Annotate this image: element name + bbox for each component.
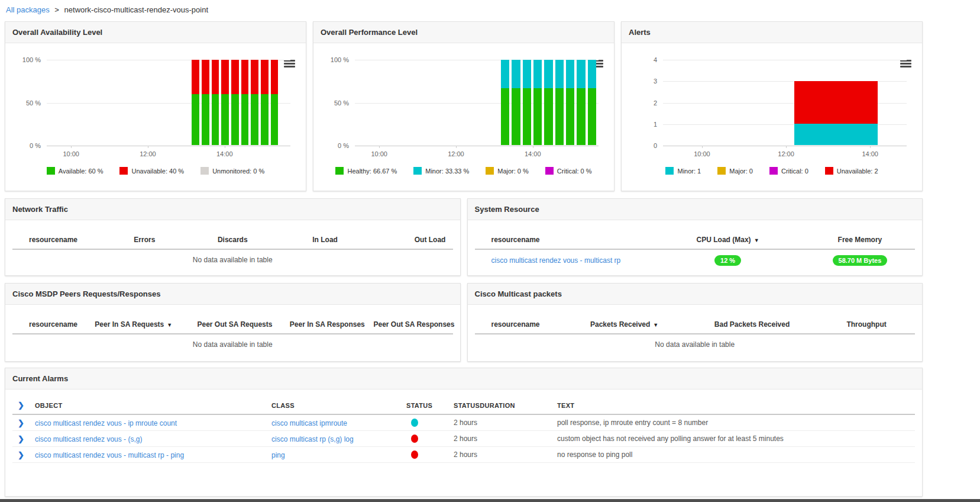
column-header[interactable]: CPU Load (Max)▼ — [651, 236, 805, 244]
sort-desc-icon[interactable]: ▼ — [167, 322, 172, 328]
bars-layer — [794, 60, 877, 145]
column-header[interactable]: Peer In SA Responses — [281, 320, 373, 329]
column-label: resourcename — [491, 320, 540, 329]
chart-bar — [544, 60, 552, 145]
column-header[interactable]: Packets Received▼ — [562, 320, 685, 329]
legend-item[interactable]: Minor: 1 — [665, 167, 701, 175]
empty-table-message: No data available in table — [12, 334, 453, 349]
column-header[interactable]: resourcename — [12, 236, 101, 244]
legend-item[interactable]: Major: 0 % — [486, 167, 529, 175]
column-header[interactable]: Discards — [189, 236, 277, 244]
x-axis-tick — [225, 146, 225, 148]
x-axis-label: 12:00 — [448, 150, 464, 157]
unavailable-bar-segment — [221, 60, 229, 94]
legend-item[interactable]: Healthy: 66.67 % — [335, 167, 397, 175]
column-label: In Load — [312, 236, 338, 244]
alarm-class-link[interactable]: cisco multicast ipmroute — [271, 419, 347, 427]
available-bar-segment — [261, 94, 269, 145]
minor-bar-segment — [794, 124, 877, 145]
x-axis-label: 10:00 — [694, 150, 710, 157]
healthy-bar-segment — [555, 88, 564, 145]
legend-swatch — [200, 167, 209, 175]
chart-legend: Minor: 1Major: 0Critical: 0Unavailable: … — [629, 167, 915, 175]
minor-bar-segment — [577, 60, 585, 88]
bottom-scrollbar[interactable] — [0, 499, 980, 502]
alarm-object-link[interactable]: cisco multicast rendez vous - multicast … — [35, 451, 184, 459]
column-header[interactable]: Peer In SA Requests▼ — [79, 320, 189, 329]
x-axis-label: 10:00 — [371, 150, 387, 157]
y-axis-label: 3 — [654, 78, 657, 85]
alarms-header-row: ❯OBJECTCLASSSTATUSSTATUSDURATIONTEXT — [12, 401, 915, 415]
column-label: Peer Out SA Requests — [198, 320, 273, 329]
column-header[interactable]: STATUS — [406, 402, 454, 409]
all-packages-link[interactable]: All packages — [6, 5, 50, 14]
current-alarms-panel: Current Alarms ❯OBJECTCLASSSTATUSSTATUSD… — [5, 368, 923, 497]
sort-desc-icon[interactable]: ▼ — [653, 322, 658, 328]
y-axis-label: 4 — [654, 56, 657, 63]
column-header[interactable]: Out Load — [373, 236, 452, 244]
y-axis-label: 100 % — [22, 56, 41, 63]
column-header[interactable]: OBJECT — [35, 402, 271, 409]
x-axis-tick — [533, 146, 533, 148]
legend-item[interactable]: Critical: 0 % — [545, 167, 592, 175]
column-header[interactable]: STATUSDURATION — [454, 402, 557, 409]
alarm-class-link[interactable]: ping — [271, 451, 285, 459]
column-header[interactable]: Peer Out SA Responses — [373, 320, 452, 329]
column-label: Free Memory — [838, 236, 882, 244]
table-header-row: resourcenameErrorsDiscardsIn LoadOut Loa… — [12, 236, 453, 250]
legend-item[interactable]: Unavailable: 2 — [825, 167, 878, 175]
legend-item[interactable]: Major: 0 — [717, 167, 753, 175]
column-header[interactable]: Bad Packets Received — [686, 320, 818, 329]
alarm-class-cell: cisco multicast rp (s,g) log — [271, 433, 406, 444]
column-header[interactable]: Errors — [101, 236, 189, 244]
expand-chevron-icon[interactable]: ❯ — [12, 419, 35, 427]
legend-item[interactable]: Unavailable: 40 % — [119, 167, 184, 175]
unavailable-bar-segment — [241, 60, 249, 94]
column-label: Peer In SA Requests — [95, 320, 164, 329]
cisco-msdp-panel: Cisco MSDP Peers Requests/Responses reso… — [5, 283, 461, 362]
column-header[interactable]: Free Memory — [805, 236, 915, 244]
chart-bar — [202, 60, 209, 145]
y-axis-label: 50 % — [26, 99, 41, 107]
expand-chevron-icon[interactable]: ❯ — [12, 435, 35, 443]
available-bar-segment — [192, 94, 199, 145]
column-header[interactable]: resourcename — [475, 320, 563, 329]
resource-link[interactable]: cisco multicast rendez vous - multicast … — [491, 256, 621, 265]
expand-chevron-icon[interactable]: ❯ — [12, 451, 35, 459]
alarm-object-cell: cisco multicast rendez vous - multicast … — [35, 449, 271, 460]
legend-item[interactable]: Unmonitored: 0 % — [200, 167, 264, 175]
breadcrumb-current: network-cisco-multicast-rendez-vous-poin… — [64, 5, 208, 14]
legend-item[interactable]: Critical: 0 — [769, 167, 808, 175]
unavailable-bar-segment — [192, 60, 199, 94]
chart-bar — [192, 60, 199, 145]
column-header[interactable]: resourcename — [12, 320, 79, 329]
alarm-status-cell — [406, 435, 454, 443]
sort-desc-icon[interactable]: ▼ — [754, 237, 759, 243]
chart-bar — [577, 60, 585, 145]
y-axis-label: 100 % — [331, 56, 349, 63]
column-header[interactable]: In Load — [277, 236, 374, 244]
alarm-class-link[interactable]: cisco multicast rp (s,g) log — [271, 435, 354, 443]
column-header[interactable]: CLASS — [271, 402, 406, 409]
healthy-bar-segment — [566, 88, 574, 145]
expand-all-chevron-icon[interactable]: ❯ — [12, 401, 35, 409]
legend-swatch — [665, 167, 674, 175]
legend-item[interactable]: Minor: 33.33 % — [413, 167, 469, 175]
status-duration: 2 hours — [454, 419, 557, 427]
column-header[interactable]: Peer Out SA Requests — [189, 320, 281, 329]
legend-item[interactable]: Available: 60 % — [47, 167, 104, 175]
minor-bar-segment — [523, 60, 531, 88]
breadcrumb-separator: > — [54, 5, 59, 14]
panel-title: Overall Performance Level — [321, 28, 418, 37]
chart-legend: Available: 60 %Unavailable: 40 %Unmonito… — [12, 167, 299, 175]
x-axis-label: 12:00 — [778, 150, 794, 157]
status-duration: 2 hours — [454, 450, 557, 459]
y-axis-label: 0 % — [338, 142, 349, 149]
column-header[interactable]: Throughput — [818, 320, 915, 329]
legend-label: Critical: 0 % — [557, 168, 592, 175]
alarm-object-link[interactable]: cisco multicast rendez vous - (s,g) — [35, 435, 142, 443]
column-header[interactable]: resourcename — [475, 236, 651, 244]
alarm-object-link[interactable]: cisco multicast rendez vous - ip mroute … — [35, 419, 177, 427]
panel-header: Overall Availability Level — [5, 22, 306, 43]
column-header[interactable]: TEXT — [557, 402, 915, 409]
